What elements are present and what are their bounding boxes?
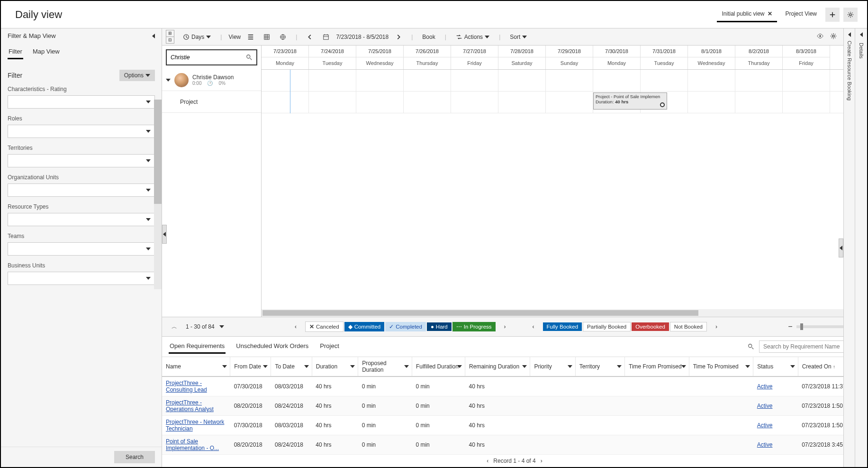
sidebar-scrollbar[interactable] xyxy=(154,100,162,289)
close-icon[interactable]: ✕ xyxy=(768,10,772,17)
legend-prev[interactable]: ‹ xyxy=(291,322,300,331)
page-next[interactable]: › xyxy=(541,458,542,464)
column-header[interactable]: Fulfilled Duration xyxy=(412,357,465,376)
status-notbooked[interactable]: Not Booked xyxy=(670,322,707,331)
search-button[interactable]: Search xyxy=(114,451,155,463)
column-header[interactable]: From Date xyxy=(230,357,271,376)
status-link[interactable]: Active xyxy=(757,441,773,448)
collapse-sidebar-icon[interactable] xyxy=(152,34,155,38)
globe-icon[interactable] xyxy=(277,32,289,42)
next-period-button[interactable] xyxy=(392,32,405,42)
collapse-all-icon[interactable]: ⊟ xyxy=(166,37,174,43)
list-view-icon[interactable] xyxy=(244,32,257,42)
table-row[interactable]: ProjectThree - Operations Analyst08/20/2… xyxy=(162,396,867,416)
search-icon[interactable] xyxy=(748,343,754,350)
tab-project[interactable]: Project xyxy=(319,340,340,354)
column-header[interactable]: Time From Promised xyxy=(625,357,689,376)
status-overbooked[interactable]: Overbooked xyxy=(632,322,669,331)
status-link[interactable]: Active xyxy=(757,422,773,429)
status-hard[interactable]: ● Hard xyxy=(427,322,452,331)
expand-collapse-buttons[interactable]: ⊞⊟ xyxy=(166,30,174,44)
right-handle[interactable] xyxy=(839,239,843,257)
expand-all-icon[interactable]: ⊞ xyxy=(166,30,174,37)
filter-select[interactable] xyxy=(8,242,155,256)
date-column: 7/30/2018Monday xyxy=(593,46,641,69)
date-column: 7/24/2018Tuesday xyxy=(309,46,356,69)
status-link[interactable]: Active xyxy=(757,383,773,390)
column-header[interactable]: Status xyxy=(753,357,798,376)
booking-status-icon xyxy=(660,102,665,107)
grid-view-icon[interactable] xyxy=(261,32,273,42)
page-size-dropdown[interactable] xyxy=(219,325,224,328)
filter-select[interactable] xyxy=(8,154,155,167)
create-booking-rail[interactable]: Create Resource Booking xyxy=(843,28,855,467)
status-partially[interactable]: Partially Booked xyxy=(583,322,631,331)
tab-open-requirements[interactable]: Open Requirements xyxy=(169,340,226,354)
filter-select[interactable] xyxy=(8,95,155,109)
status-link[interactable]: Active xyxy=(757,403,773,409)
table-row[interactable]: Point of Sale Implementation - O...08/20… xyxy=(162,435,867,455)
status-committed[interactable]: ◆ Committed xyxy=(344,322,385,331)
date-column: 8/3/2018Friday xyxy=(783,46,830,69)
prev-period-button[interactable] xyxy=(304,32,316,42)
page-up-icon[interactable]: ︿ xyxy=(168,322,181,332)
table-row[interactable]: ProjectThree - Network Technician07/30/2… xyxy=(162,416,867,435)
resource-row[interactable]: Christie Dawson 0:00🕐0% xyxy=(162,69,261,91)
booking-bar[interactable]: Project - Point of Sale Implemen Duratio… xyxy=(593,92,667,110)
filter-select[interactable] xyxy=(8,125,155,138)
time-scale-dropdown[interactable]: Days xyxy=(180,32,214,42)
options-button[interactable]: Options xyxy=(119,70,155,81)
requirement-link[interactable]: Point of Sale Implementation - O... xyxy=(166,438,219,451)
actions-dropdown[interactable]: Actions xyxy=(453,32,492,42)
legend2-next[interactable]: › xyxy=(712,322,721,331)
resource-search-input[interactable] xyxy=(166,49,257,65)
column-header[interactable]: To Date xyxy=(271,357,312,376)
table-row[interactable]: ProjectThree - Consulting Lead07/30/2018… xyxy=(162,376,867,396)
settings-icon[interactable] xyxy=(830,33,837,41)
filter-select[interactable] xyxy=(8,184,155,197)
legend-next[interactable]: › xyxy=(500,322,510,331)
sidebar-tab-map[interactable]: Map View xyxy=(32,45,61,59)
gantt-hscroll[interactable] xyxy=(262,309,867,317)
view-tab-initial[interactable]: Initial public view✕ xyxy=(717,7,777,22)
add-view-button[interactable] xyxy=(825,8,840,22)
tab-unscheduled[interactable]: Unscheduled Work Orders xyxy=(235,340,309,354)
column-header[interactable]: Remaining Duration xyxy=(465,357,530,376)
status-fullybooked[interactable]: Fully Booked xyxy=(543,322,582,331)
details-rail[interactable]: Details xyxy=(855,28,867,467)
date-column: 7/29/2018Sunday xyxy=(546,46,593,69)
chevron-down-icon[interactable] xyxy=(166,79,171,82)
sort-dropdown[interactable]: Sort xyxy=(507,32,530,42)
book-dropdown[interactable]: Book xyxy=(419,32,438,42)
requirement-link[interactable]: ProjectThree - Consulting Lead xyxy=(166,380,207,393)
column-header[interactable]: Territory xyxy=(575,357,624,376)
search-icon[interactable] xyxy=(246,54,253,61)
eye-icon[interactable] xyxy=(817,33,823,41)
legend2-prev[interactable]: ‹ xyxy=(529,322,538,331)
status-inprogress[interactable]: ⋯ In Progress xyxy=(452,322,496,331)
sidebar-handle[interactable] xyxy=(162,225,167,244)
sidebar-tab-filter[interactable]: Filter xyxy=(8,45,23,59)
status-canceled[interactable]: ✕Canceled xyxy=(305,321,344,332)
column-header[interactable]: Name xyxy=(162,357,230,376)
zoom-out-icon[interactable]: − xyxy=(788,322,792,331)
filter-select[interactable] xyxy=(8,272,155,285)
calendar-icon[interactable] xyxy=(320,32,332,42)
column-header[interactable]: Duration xyxy=(312,357,358,376)
requirement-search-input[interactable] xyxy=(759,340,849,353)
status-completed[interactable]: ✓ Completed xyxy=(385,322,426,331)
gantt-grid[interactable]: 7/23/2018Monday7/24/2018Tuesday7/25/2018… xyxy=(262,46,867,317)
column-header[interactable]: Priority xyxy=(530,357,575,376)
chevron-left-icon[interactable] xyxy=(848,32,851,37)
project-row[interactable]: Project xyxy=(162,91,261,113)
column-header[interactable]: Time To Promised xyxy=(689,357,753,376)
column-header[interactable]: Proposed Duration xyxy=(358,357,412,376)
gear-icon[interactable] xyxy=(843,8,858,22)
requirement-link[interactable]: ProjectThree - Network Technician xyxy=(166,419,224,432)
chevron-left-icon[interactable] xyxy=(860,32,863,37)
page-prev[interactable]: ‹ xyxy=(487,458,488,464)
svg-point-8 xyxy=(749,344,752,348)
requirement-link[interactable]: ProjectThree - Operations Analyst xyxy=(166,399,214,413)
view-tab-project[interactable]: Project View xyxy=(781,7,822,22)
filter-select[interactable] xyxy=(8,213,155,226)
